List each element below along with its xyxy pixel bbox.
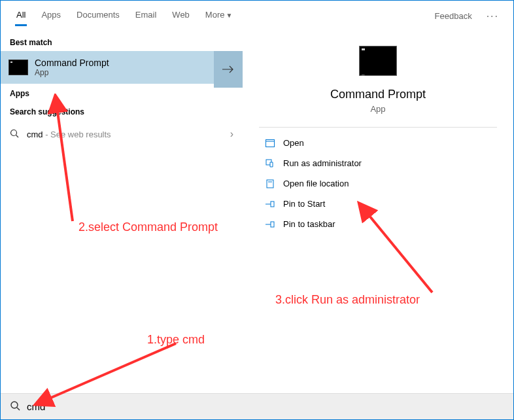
open-icon (265, 139, 275, 147)
feedback-link[interactable]: Feedback (428, 7, 479, 25)
svg-rect-2 (266, 139, 275, 147)
expand-arrow-button[interactable] (214, 51, 243, 88)
command-prompt-icon (9, 60, 28, 75)
chevron-right-icon: › (230, 128, 233, 140)
tab-documents[interactable]: Documents (70, 6, 126, 26)
action-open-label: Open (283, 138, 304, 148)
tab-more[interactable]: More▼ (199, 6, 239, 26)
action-run-as-administrator-label: Run as administrator (283, 158, 362, 168)
search-icon (10, 400, 20, 413)
shield-icon (265, 159, 275, 168)
action-run-as-administrator[interactable]: Run as administrator (261, 153, 495, 173)
tab-apps[interactable]: Apps (35, 6, 67, 26)
preview-panel: Command Prompt App Open Run as administr… (243, 26, 513, 396)
command-prompt-icon-large (359, 46, 397, 76)
search-bar (1, 393, 513, 419)
action-pin-to-start-label: Pin to Start (283, 199, 325, 209)
preview-title: Command Prompt (330, 88, 426, 101)
svg-rect-10 (271, 222, 274, 227)
action-open[interactable]: Open (261, 133, 495, 153)
suggestion-query: cmd (27, 130, 43, 139)
svg-line-1 (16, 135, 19, 137)
action-pin-to-taskbar[interactable]: Pin to taskbar (261, 214, 495, 234)
suggestion-item-cmd[interactable]: cmd - See web results › (1, 120, 243, 148)
svg-rect-5 (267, 180, 273, 188)
pin-icon (265, 220, 275, 228)
action-open-file-location-label: Open file location (283, 179, 349, 188)
best-match-header: Best match (1, 33, 243, 51)
apps-header: Apps (1, 84, 243, 102)
suggestion-web-label: - See web results (43, 130, 111, 139)
svg-line-12 (17, 408, 20, 410)
search-input[interactable] (27, 401, 504, 412)
suggestions-header: Search suggestions (1, 102, 243, 120)
tab-email[interactable]: Email (129, 6, 163, 26)
preview-subtitle: App (370, 104, 385, 114)
pin-icon (265, 200, 275, 208)
action-pin-to-start[interactable]: Pin to Start (261, 194, 495, 214)
tab-web[interactable]: Web (165, 6, 196, 26)
svg-point-11 (11, 402, 18, 408)
search-icon (10, 129, 20, 140)
results-panel: Best match Command Prompt App Apps Searc… (1, 26, 243, 396)
best-match-item[interactable]: Command Prompt App (1, 51, 243, 84)
action-open-file-location[interactable]: Open file location (261, 173, 495, 194)
more-options-icon[interactable]: ··· (481, 7, 504, 26)
svg-point-0 (11, 130, 17, 135)
tab-bar: All Apps Documents Email Web More▼ Feedb… (1, 1, 513, 26)
best-match-title: Command Prompt (35, 58, 235, 68)
folder-icon (265, 179, 275, 188)
action-pin-to-taskbar-label: Pin to taskbar (283, 219, 335, 229)
best-match-subtitle: App (35, 68, 235, 77)
tab-all[interactable]: All (10, 6, 32, 26)
chevron-down-icon: ▼ (226, 12, 232, 19)
svg-rect-8 (271, 201, 274, 207)
divider (259, 127, 497, 128)
